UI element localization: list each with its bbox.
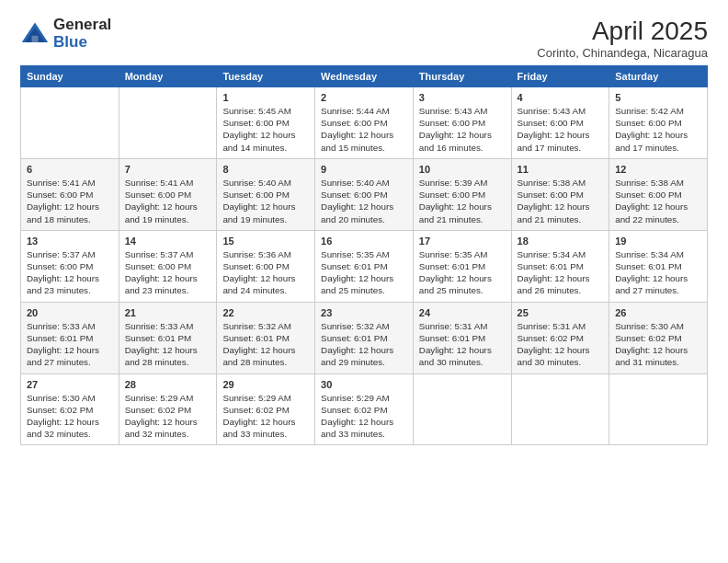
day-number: 10 [419,164,506,175]
day-number: 21 [125,307,211,318]
day-info: Sunrise: 5:31 AM Sunset: 6:02 PM Dayligh… [518,320,604,369]
logo-blue: Blue [53,34,111,52]
calendar-cell [609,373,708,445]
day-info: Sunrise: 5:44 AM Sunset: 6:00 PM Dayligh… [321,105,407,154]
calendar-cell: 10Sunrise: 5:39 AM Sunset: 6:00 PM Dayli… [413,158,511,230]
day-info: Sunrise: 5:40 AM Sunset: 6:00 PM Dayligh… [222,177,309,225]
day-number: 15 [222,236,309,247]
day-info: Sunrise: 5:33 AM Sunset: 6:01 PM Dayligh… [27,320,113,369]
calendar-cell: 25Sunrise: 5:31 AM Sunset: 6:02 PM Dayli… [511,302,609,373]
calendar-cell: 3Sunrise: 5:43 AM Sunset: 6:00 PM Daylig… [413,87,511,159]
svg-rect-2 [31,35,38,41]
calendar-cell: 18Sunrise: 5:34 AM Sunset: 6:01 PM Dayli… [511,230,609,302]
calendar-cell: 30Sunrise: 5:29 AM Sunset: 6:02 PM Dayli… [315,373,414,445]
day-info: Sunrise: 5:33 AM Sunset: 6:01 PM Dayligh… [125,320,211,369]
calendar-week-row: 1Sunrise: 5:45 AM Sunset: 6:00 PM Daylig… [21,87,708,159]
day-info: Sunrise: 5:30 AM Sunset: 6:02 PM Dayligh… [615,320,701,369]
calendar-table: SundayMondayTuesdayWednesdayThursdayFrid… [20,65,708,445]
day-info: Sunrise: 5:32 AM Sunset: 6:01 PM Dayligh… [222,320,309,369]
calendar-header-row: SundayMondayTuesdayWednesdayThursdayFrid… [21,66,708,87]
day-number: 7 [125,164,211,175]
calendar-cell: 27Sunrise: 5:30 AM Sunset: 6:02 PM Dayli… [21,373,119,445]
day-number: 1 [222,92,309,103]
day-info: Sunrise: 5:30 AM Sunset: 6:02 PM Dayligh… [27,392,113,441]
day-number: 8 [222,164,309,175]
day-number: 16 [321,236,407,247]
day-info: Sunrise: 5:32 AM Sunset: 6:01 PM Dayligh… [321,320,407,369]
calendar-cell: 15Sunrise: 5:36 AM Sunset: 6:00 PM Dayli… [217,230,315,302]
day-info: Sunrise: 5:45 AM Sunset: 6:00 PM Dayligh… [222,105,309,154]
day-info: Sunrise: 5:43 AM Sunset: 6:00 PM Dayligh… [518,105,604,154]
day-number: 18 [518,236,604,247]
day-info: Sunrise: 5:29 AM Sunset: 6:02 PM Dayligh… [125,392,211,441]
day-info: Sunrise: 5:41 AM Sunset: 6:00 PM Dayligh… [125,177,211,225]
calendar-cell: 11Sunrise: 5:38 AM Sunset: 6:00 PM Dayli… [511,158,609,230]
day-info: Sunrise: 5:35 AM Sunset: 6:01 PM Dayligh… [419,248,506,297]
calendar-cell: 19Sunrise: 5:34 AM Sunset: 6:01 PM Dayli… [609,230,708,302]
day-number: 27 [27,379,113,390]
calendar-cell: 14Sunrise: 5:37 AM Sunset: 6:00 PM Dayli… [119,230,217,302]
day-number: 25 [518,307,604,318]
page: General Blue April 2025 Corinto, Chinand… [0,0,728,563]
day-header-monday: Monday [119,66,217,87]
logo-icon [20,19,50,49]
day-number: 5 [615,92,701,103]
day-info: Sunrise: 5:43 AM Sunset: 6:00 PM Dayligh… [419,105,506,154]
day-info: Sunrise: 5:38 AM Sunset: 6:00 PM Dayligh… [518,177,604,225]
calendar-cell [413,373,511,445]
calendar-cell: 12Sunrise: 5:38 AM Sunset: 6:00 PM Dayli… [609,158,708,230]
day-header-wednesday: Wednesday [315,66,414,87]
day-header-saturday: Saturday [609,66,708,87]
day-header-thursday: Thursday [413,66,511,87]
header: General Blue April 2025 Corinto, Chinand… [20,17,708,60]
calendar-week-row: 27Sunrise: 5:30 AM Sunset: 6:02 PM Dayli… [21,373,708,445]
day-number: 6 [27,164,113,175]
calendar-cell: 5Sunrise: 5:42 AM Sunset: 6:00 PM Daylig… [609,87,708,159]
calendar-cell: 26Sunrise: 5:30 AM Sunset: 6:02 PM Dayli… [609,302,708,373]
day-number: 12 [615,164,701,175]
calendar-cell [119,87,217,159]
calendar-cell: 23Sunrise: 5:32 AM Sunset: 6:01 PM Dayli… [315,302,414,373]
calendar-cell: 29Sunrise: 5:29 AM Sunset: 6:02 PM Dayli… [217,373,315,445]
calendar-cell: 17Sunrise: 5:35 AM Sunset: 6:01 PM Dayli… [413,230,511,302]
calendar-cell: 28Sunrise: 5:29 AM Sunset: 6:02 PM Dayli… [119,373,217,445]
day-number: 20 [27,307,113,318]
day-header-sunday: Sunday [21,66,119,87]
day-number: 3 [419,92,506,103]
calendar-cell: 2Sunrise: 5:44 AM Sunset: 6:00 PM Daylig… [315,87,414,159]
title-block: April 2025 Corinto, Chinandega, Nicaragu… [537,17,708,60]
calendar-cell: 7Sunrise: 5:41 AM Sunset: 6:00 PM Daylig… [119,158,217,230]
day-number: 11 [518,164,604,175]
day-number: 17 [419,236,506,247]
calendar-week-row: 20Sunrise: 5:33 AM Sunset: 6:01 PM Dayli… [21,302,708,373]
day-info: Sunrise: 5:31 AM Sunset: 6:01 PM Dayligh… [419,320,506,369]
day-number: 2 [321,92,407,103]
calendar-cell: 16Sunrise: 5:35 AM Sunset: 6:01 PM Dayli… [315,230,414,302]
calendar-cell: 13Sunrise: 5:37 AM Sunset: 6:00 PM Dayli… [21,230,119,302]
location: Corinto, Chinandega, Nicaragua [537,46,708,60]
day-info: Sunrise: 5:41 AM Sunset: 6:00 PM Dayligh… [27,177,113,225]
day-number: 4 [518,92,604,103]
day-header-friday: Friday [511,66,609,87]
day-number: 26 [615,307,701,318]
day-info: Sunrise: 5:34 AM Sunset: 6:01 PM Dayligh… [518,248,604,297]
day-number: 24 [419,307,506,318]
calendar-cell: 1Sunrise: 5:45 AM Sunset: 6:00 PM Daylig… [217,87,315,159]
day-info: Sunrise: 5:37 AM Sunset: 6:00 PM Dayligh… [125,248,211,297]
logo-text: General Blue [53,17,111,51]
day-number: 13 [27,236,113,247]
day-info: Sunrise: 5:34 AM Sunset: 6:01 PM Dayligh… [615,248,701,297]
calendar-cell: 22Sunrise: 5:32 AM Sunset: 6:01 PM Dayli… [217,302,315,373]
calendar-cell: 24Sunrise: 5:31 AM Sunset: 6:01 PM Dayli… [413,302,511,373]
day-number: 19 [615,236,701,247]
day-info: Sunrise: 5:42 AM Sunset: 6:00 PM Dayligh… [615,105,701,154]
day-info: Sunrise: 5:38 AM Sunset: 6:00 PM Dayligh… [615,177,701,225]
day-info: Sunrise: 5:39 AM Sunset: 6:00 PM Dayligh… [419,177,506,225]
day-info: Sunrise: 5:29 AM Sunset: 6:02 PM Dayligh… [321,392,407,441]
day-number: 22 [222,307,309,318]
calendar-cell: 20Sunrise: 5:33 AM Sunset: 6:01 PM Dayli… [21,302,119,373]
month-title: April 2025 [537,17,708,46]
day-info: Sunrise: 5:35 AM Sunset: 6:01 PM Dayligh… [321,248,407,297]
day-info: Sunrise: 5:36 AM Sunset: 6:00 PM Dayligh… [222,248,309,297]
day-info: Sunrise: 5:37 AM Sunset: 6:00 PM Dayligh… [27,248,113,297]
